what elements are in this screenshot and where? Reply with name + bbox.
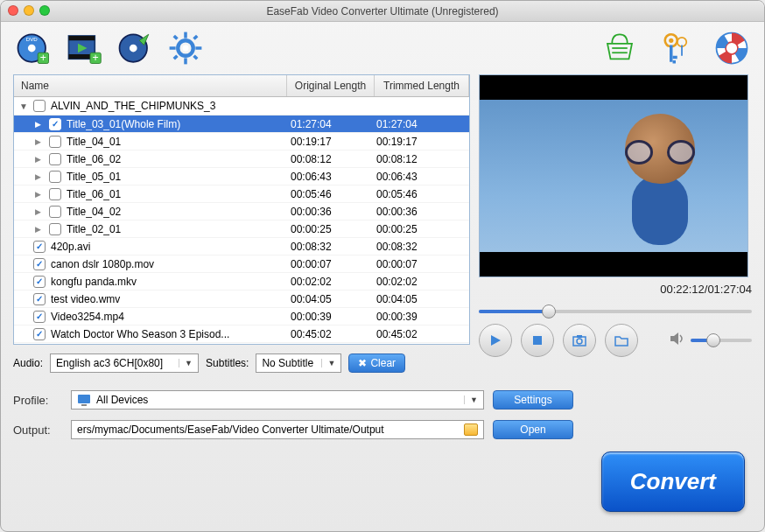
svg-point-22 xyxy=(183,46,189,52)
convert-button[interactable]: Convert xyxy=(601,452,745,512)
table-row[interactable]: ▶ Title_05_01 00:06:43 00:06:43 xyxy=(14,168,469,186)
profile-label: Profile: xyxy=(13,394,62,407)
table-row[interactable]: ▶ Title_04_01 00:19:17 00:19:17 xyxy=(14,133,469,150)
column-original-length[interactable]: Original Length xyxy=(287,75,375,96)
expand-arrow-icon[interactable]: ▶ xyxy=(35,190,44,199)
column-trimmed-length[interactable]: Trimmed Length xyxy=(375,75,469,96)
table-row[interactable]: canon dslr 1080p.mov 00:00:07 00:00:07 xyxy=(14,256,469,273)
expand-arrow-icon[interactable]: ▶ xyxy=(35,225,44,234)
load-dvd-button[interactable]: +DVD xyxy=(13,28,53,68)
open-snapshot-folder-button[interactable] xyxy=(605,324,638,357)
device-icon xyxy=(77,394,91,406)
open-output-button[interactable]: Open xyxy=(493,420,573,439)
table-row[interactable]: 420p.avi 00:08:32 00:08:32 xyxy=(14,238,469,256)
expand-arrow-icon[interactable]: ▶ xyxy=(35,120,44,129)
row-checkbox[interactable] xyxy=(49,188,61,200)
load-bluray-button[interactable] xyxy=(115,28,155,68)
volume-slider[interactable] xyxy=(691,339,752,342)
folder-icon[interactable] xyxy=(464,424,478,436)
table-row[interactable]: ▶ Title_04_02 00:00:36 00:00:36 xyxy=(14,203,469,220)
expand-arrow-icon[interactable]: ▶ xyxy=(35,155,44,164)
help-button[interactable] xyxy=(712,28,752,68)
table-row[interactable]: ▶ Title_06_01 00:05:46 00:05:46 xyxy=(14,186,469,203)
clear-button[interactable]: ✖ Clear xyxy=(348,354,405,373)
minimize-window-button[interactable] xyxy=(24,5,34,16)
expand-arrow-icon[interactable]: ▶ xyxy=(35,137,44,146)
svg-rect-31 xyxy=(681,46,683,56)
svg-rect-14 xyxy=(184,32,187,38)
subtitles-select[interactable]: No Subtitle▼ xyxy=(256,354,341,373)
row-checkbox[interactable] xyxy=(49,118,61,130)
group-checkbox[interactable] xyxy=(33,100,46,112)
svg-rect-16 xyxy=(170,46,176,50)
file-name: Watch Doctor Who Season 3 Episod... xyxy=(51,328,285,340)
close-window-button[interactable] xyxy=(8,5,18,16)
original-length: 00:00:07 xyxy=(291,258,371,270)
table-row[interactable]: ▶ Title_02_01 00:00:25 00:00:25 xyxy=(14,220,469,238)
snapshot-button[interactable] xyxy=(563,324,596,357)
play-button[interactable] xyxy=(479,324,512,357)
audio-select[interactable]: English ac3 6CH[0x80]▼ xyxy=(50,354,199,373)
table-row[interactable]: test video.wmv 00:04:05 00:04:05 xyxy=(14,290,469,308)
volume-icon[interactable] xyxy=(670,332,685,349)
clear-icon: ✖ xyxy=(358,357,367,369)
group-name: ALVIN_AND_THE_CHIPMUNKS_3 xyxy=(51,100,285,112)
svg-rect-27 xyxy=(670,46,673,62)
svg-marker-39 xyxy=(670,332,678,345)
row-checkbox[interactable] xyxy=(49,153,61,165)
subtitles-label: Subtitles: xyxy=(206,357,249,369)
svg-rect-40 xyxy=(78,395,90,403)
purchase-button[interactable] xyxy=(600,28,640,68)
zoom-window-button[interactable] xyxy=(39,5,50,16)
file-name: Title_04_02 xyxy=(67,206,285,218)
column-name[interactable]: Name xyxy=(14,75,287,96)
row-checkbox[interactable] xyxy=(33,258,46,270)
table-row[interactable]: ▶ Title_03_01(Whole Film) 01:27:04 01:27… xyxy=(14,116,469,133)
expand-arrow-icon[interactable]: ▶ xyxy=(35,207,44,216)
profile-select[interactable]: All Devices ▼ xyxy=(71,390,484,410)
table-row[interactable]: Watch Doctor Who Season 3 Episod... 00:4… xyxy=(14,326,469,343)
svg-rect-15 xyxy=(184,58,187,64)
file-name: test video.wmv xyxy=(51,293,285,305)
table-row[interactable]: Video3254.mp4 00:00:39 00:00:39 xyxy=(14,308,469,326)
video-preview[interactable] xyxy=(479,74,748,277)
svg-rect-21 xyxy=(173,54,179,60)
trimmed-length: 00:08:32 xyxy=(376,241,464,253)
row-checkbox[interactable] xyxy=(33,241,46,253)
svg-text:DVD: DVD xyxy=(26,36,38,42)
settings-gear-button[interactable] xyxy=(165,28,206,68)
original-length: 00:02:02 xyxy=(291,276,371,288)
seek-slider[interactable] xyxy=(479,310,752,313)
original-length: 00:05:46 xyxy=(291,188,371,200)
table-row[interactable]: kongfu panda.mkv 00:02:02 00:02:02 xyxy=(14,273,469,290)
original-length: 00:45:02 xyxy=(291,328,371,340)
profile-settings-button[interactable]: Settings xyxy=(493,390,573,410)
original-length: 01:27:04 xyxy=(291,118,371,130)
original-length: 00:08:32 xyxy=(291,241,371,253)
row-checkbox[interactable] xyxy=(33,293,46,305)
table-row[interactable]: ▶ Title_06_02 00:08:12 00:08:12 xyxy=(14,150,469,168)
playback-timecode: 00:22:12/01:27:04 xyxy=(479,283,752,296)
register-button[interactable] xyxy=(656,28,696,68)
expand-arrow-icon[interactable]: ▶ xyxy=(35,172,44,181)
svg-rect-19 xyxy=(193,54,198,60)
trimmed-length: 00:00:25 xyxy=(376,223,464,235)
output-path-field[interactable]: ers/mymac/Documents/EaseFab/Video Conver… xyxy=(71,420,484,439)
group-header[interactable]: ▼ ALVIN_AND_THE_CHIPMUNKS_3 xyxy=(14,97,469,116)
svg-rect-17 xyxy=(195,46,201,50)
original-length: 00:00:25 xyxy=(291,223,371,235)
original-length: 00:04:05 xyxy=(291,293,371,305)
svg-point-12 xyxy=(130,45,137,52)
disclosure-triangle-icon[interactable]: ▼ xyxy=(19,102,28,111)
row-checkbox[interactable] xyxy=(49,223,61,235)
row-checkbox[interactable] xyxy=(49,171,61,183)
row-checkbox[interactable] xyxy=(33,311,46,323)
row-checkbox[interactable] xyxy=(33,328,46,340)
original-length: 00:00:36 xyxy=(291,206,371,218)
row-checkbox[interactable] xyxy=(49,206,61,218)
row-checkbox[interactable] xyxy=(49,136,61,148)
row-checkbox[interactable] xyxy=(33,276,46,288)
load-video-file-button[interactable]: + xyxy=(64,28,104,68)
audio-label: Audio: xyxy=(13,357,43,369)
stop-button[interactable] xyxy=(521,324,554,357)
